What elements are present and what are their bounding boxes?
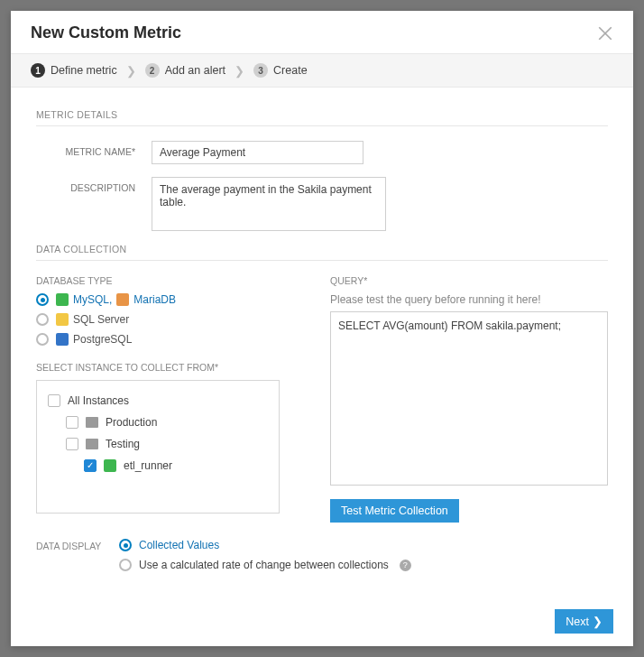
new-custom-metric-modal: New Custom Metric 1 Define metric ❯ 2 Ad… xyxy=(11,11,633,646)
modal-header: New Custom Metric xyxy=(11,11,633,53)
db-option-postgres[interactable]: PostgreSQL xyxy=(36,333,314,346)
radio-icon xyxy=(36,333,49,346)
section-metric-details: METRIC DETAILS xyxy=(36,109,608,126)
folder-icon xyxy=(86,439,98,449)
wizard-step-create[interactable]: 3 Create xyxy=(253,63,308,78)
checkbox[interactable] xyxy=(48,394,60,407)
radio-icon xyxy=(119,539,132,551)
tree-group-testing[interactable]: Testing xyxy=(48,433,268,455)
tree-node-etl-runner[interactable]: etl_runner xyxy=(48,455,268,477)
metric-name-label: METRIC NAME* xyxy=(36,141,135,157)
checkbox[interactable] xyxy=(66,438,78,450)
description-textarea[interactable]: The average payment in the Sakila paymen… xyxy=(152,177,386,231)
radio-icon xyxy=(36,313,49,326)
db-option-mysql[interactable]: MySQL, MariaDB xyxy=(36,293,314,306)
instance-tree: All Instances Production Testing xyxy=(36,380,280,514)
mysql-icon xyxy=(104,459,116,472)
display-option-rate[interactable]: Use a calculated rate of change between … xyxy=(119,559,411,571)
metric-name-input[interactable] xyxy=(152,141,363,164)
tree-all-instances[interactable]: All Instances xyxy=(48,390,268,412)
radio-icon xyxy=(119,559,132,571)
close-icon[interactable] xyxy=(597,25,613,42)
chevron-right-icon: ❯ xyxy=(126,64,136,78)
db-option-sqlserver[interactable]: SQL Server xyxy=(36,313,314,326)
section-data-collection: DATA COLLECTION xyxy=(36,244,608,261)
modal-title: New Custom Metric xyxy=(31,23,181,42)
description-label: DESCRIPTION xyxy=(36,177,135,193)
database-type-radios: MySQL, MariaDB SQL Server xyxy=(36,293,314,346)
database-type-label: DATABASE TYPE xyxy=(36,275,314,286)
tree-group-production[interactable]: Production xyxy=(48,412,268,433)
modal-body: METRIC DETAILS METRIC NAME* DESCRIPTION … xyxy=(11,88,633,597)
wizard-step-define[interactable]: 1 Define metric xyxy=(31,63,117,78)
folder-icon xyxy=(86,417,98,428)
instance-label: SELECT INSTANCE TO COLLECT FROM* xyxy=(36,362,314,373)
help-icon[interactable]: ? xyxy=(400,560,411,571)
query-label: QUERY* xyxy=(330,275,608,286)
wizard-step-alert[interactable]: 2 Add an alert xyxy=(145,63,225,78)
checkbox[interactable] xyxy=(84,459,97,472)
data-display-label: DATA DISPLAY xyxy=(36,539,105,551)
sqlserver-icon xyxy=(56,313,69,326)
display-option-collected[interactable]: Collected Values xyxy=(119,539,411,551)
radio-icon xyxy=(36,293,49,306)
query-textarea[interactable]: SELECT AVG(amount) FROM sakila.payment; xyxy=(330,311,608,486)
chevron-right-icon: ❯ xyxy=(235,64,244,78)
chevron-right-icon: ❯ xyxy=(593,615,603,628)
test-metric-button[interactable]: Test Metric Collection xyxy=(330,499,459,523)
next-button[interactable]: Next ❯ xyxy=(555,609,613,634)
query-hint: Please test the query before running it … xyxy=(330,293,608,306)
postgres-icon xyxy=(56,333,69,346)
mariadb-icon xyxy=(116,293,129,306)
checkbox[interactable] xyxy=(66,416,78,429)
modal-footer: Next ❯ xyxy=(11,597,633,646)
mysql-icon xyxy=(56,293,69,306)
wizard-steps: 1 Define metric ❯ 2 Add an alert ❯ 3 Cre… xyxy=(11,53,633,88)
